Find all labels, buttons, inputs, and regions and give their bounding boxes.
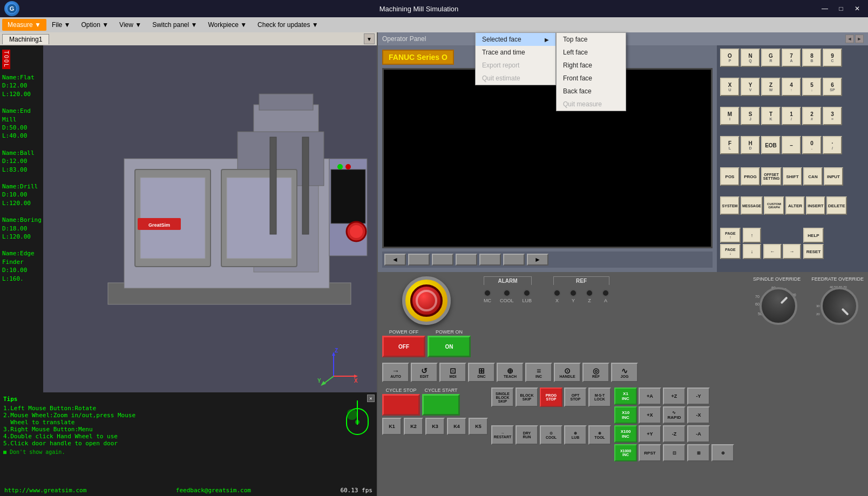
func-mdi[interactable]: ⊡MDI (439, 363, 466, 382)
close-tips-button[interactable]: ✕ (367, 395, 375, 402)
key-s[interactable]: SJ (741, 107, 760, 125)
key-z[interactable]: ZW (761, 78, 781, 96)
func-auto[interactable]: →AUTO (382, 363, 409, 382)
menu-item-measure[interactable]: Measure ▼ (2, 19, 46, 31)
machining1-tab[interactable]: Machining1 (2, 34, 49, 44)
plus-z-btn[interactable]: +Z (663, 388, 686, 405)
key-offset[interactable]: OFFSETSETTING (761, 167, 782, 186)
key-m[interactable]: MI (720, 107, 740, 125)
x1000-inc-btn[interactable]: X1000INC (614, 444, 637, 461)
func-icon-2[interactable]: ⊞ (687, 444, 710, 461)
nav-btn-5[interactable] (503, 254, 525, 266)
plus-a-btn[interactable]: +A (639, 388, 661, 405)
func-mst-lock[interactable]: M·S·TLOCK (588, 388, 611, 407)
key-prog[interactable]: PROG (741, 167, 760, 186)
menu-item-file[interactable]: File ▼ (46, 19, 76, 31)
cycle-start-button[interactable] (422, 394, 460, 416)
func-teach[interactable]: ⊕TEACH (497, 363, 524, 382)
power-on-button[interactable]: ON (428, 336, 471, 357)
k5-button[interactable]: K5 (469, 418, 488, 435)
minus-y-btn[interactable]: -Y (687, 388, 710, 405)
big-power-button[interactable] (402, 276, 451, 325)
key-9[interactable]: 9C (823, 49, 842, 67)
minus-x-btn[interactable]: -X (687, 406, 710, 424)
key-system[interactable]: SYSTEM (720, 196, 740, 215)
func-edit[interactable]: ↺EDIT (411, 363, 438, 382)
key-down[interactable]: ↓ (743, 244, 761, 259)
func-restart[interactable]: →RESTART (491, 425, 514, 445)
key-y[interactable]: YV (741, 78, 760, 96)
func-ref[interactable]: ◎REF (582, 363, 609, 382)
x1-inc-btn[interactable]: X1INC (614, 388, 637, 405)
plus-y-btn[interactable]: +Y (639, 425, 661, 443)
key-o[interactable]: OP (720, 49, 740, 67)
func-handle[interactable]: ⊙HANDLE (554, 363, 581, 382)
k2-button[interactable]: K2 (404, 418, 423, 435)
func-dnc[interactable]: ⊞DNC (468, 363, 495, 382)
func-jog[interactable]: ∿JOG (611, 363, 638, 382)
key-pos[interactable]: POS (720, 167, 740, 186)
key-delete[interactable]: DELETE (826, 196, 847, 215)
close-button[interactable]: ✕ (851, 4, 864, 13)
key-help[interactable]: HELP (803, 228, 824, 243)
func-inc[interactable]: ≡INC (525, 363, 552, 382)
func-dry-run[interactable]: DRYRUN (516, 425, 538, 445)
menu-item-switch-panel[interactable]: Switch panel ▼ (147, 19, 202, 31)
key-input[interactable]: INPUT (824, 167, 843, 186)
rpst-btn[interactable]: RPST (639, 444, 661, 461)
func-icon-3[interactable]: ⊕ (711, 444, 734, 461)
func-opt-stop[interactable]: OPTSTOP (564, 388, 587, 407)
key-4[interactable]: 4↑ (782, 78, 801, 96)
minimize-button[interactable]: — (818, 4, 831, 13)
key-5[interactable]: 5↓ (802, 78, 822, 96)
nav-btn-4[interactable] (479, 254, 501, 266)
func-lub[interactable]: ⊕LUB (564, 425, 587, 445)
func-icon-1[interactable]: ⊡ (663, 444, 686, 461)
menu-item-workpiece[interactable]: Workpiece ▼ (202, 19, 252, 31)
minus-a-btn[interactable]: -A (687, 425, 710, 443)
tab-dropdown-button[interactable]: ▼ (364, 33, 375, 44)
key-left[interactable]: ← (763, 244, 782, 259)
func-block-skip[interactable]: BLOCKSKIP (516, 388, 538, 407)
key-8[interactable]: 8B (802, 49, 822, 67)
key-h[interactable]: HD (741, 136, 760, 154)
key-2[interactable]: 2# (802, 107, 822, 125)
power-off-button[interactable]: OFF (382, 336, 425, 357)
key-g[interactable]: GR (761, 49, 781, 67)
key-dot[interactable]: ·/ (823, 136, 842, 154)
x100-inc-btn[interactable]: X100INC (614, 425, 637, 443)
key-x[interactable]: XU (720, 78, 740, 96)
k3-button[interactable]: K3 (425, 418, 445, 435)
key-page-up[interactable]: PAGE↑ (720, 228, 741, 243)
key-page-down[interactable]: PAGE↓ (720, 244, 741, 259)
func-prog-stop[interactable]: PROGSTOP (540, 388, 562, 407)
menu-item-view[interactable]: View ▼ (114, 19, 147, 31)
key-can[interactable]: CAN (803, 167, 823, 186)
key-t[interactable]: TK (761, 107, 781, 125)
dont-show-checkbox[interactable]: Don't show again. (3, 449, 336, 455)
key-6[interactable]: 6SP (823, 78, 842, 96)
nav-btn-3[interactable] (456, 254, 477, 266)
key-shift[interactable]: SHIFT (783, 167, 802, 186)
plus-x-btn[interactable]: +X (639, 406, 661, 424)
key-up[interactable]: ↑ (743, 228, 761, 243)
key-alter[interactable]: ALTER (785, 196, 805, 215)
key-0[interactable]: 0. (802, 136, 822, 154)
menu-item-check-updates[interactable]: Check for updates ▼ (252, 19, 324, 31)
key-right[interactable]: → (783, 244, 801, 259)
key-7[interactable]: 7A (782, 49, 801, 67)
key-3[interactable]: 3= (823, 107, 842, 125)
nav-btn-2[interactable] (432, 254, 453, 266)
minus-z-btn[interactable]: -Z (663, 425, 686, 443)
nav-left-button[interactable]: ◄ (384, 254, 406, 266)
key-custom-graph[interactable]: CUSTOMGRAPH (764, 196, 784, 215)
key-reset[interactable]: RESET (803, 244, 824, 259)
rapid-btn[interactable]: ∿RAPID (663, 406, 686, 424)
key-message[interactable]: MESSAGE (741, 196, 763, 215)
menu-item-option[interactable]: Option ▼ (76, 19, 114, 31)
x10-inc-btn[interactable]: X10INC (614, 406, 637, 424)
key-1[interactable]: 1/ (782, 107, 801, 125)
key-insert[interactable]: INSERT (806, 196, 825, 215)
key-n[interactable]: NQ (741, 49, 760, 67)
func-tool[interactable]: ⊗TOOL (588, 425, 611, 445)
